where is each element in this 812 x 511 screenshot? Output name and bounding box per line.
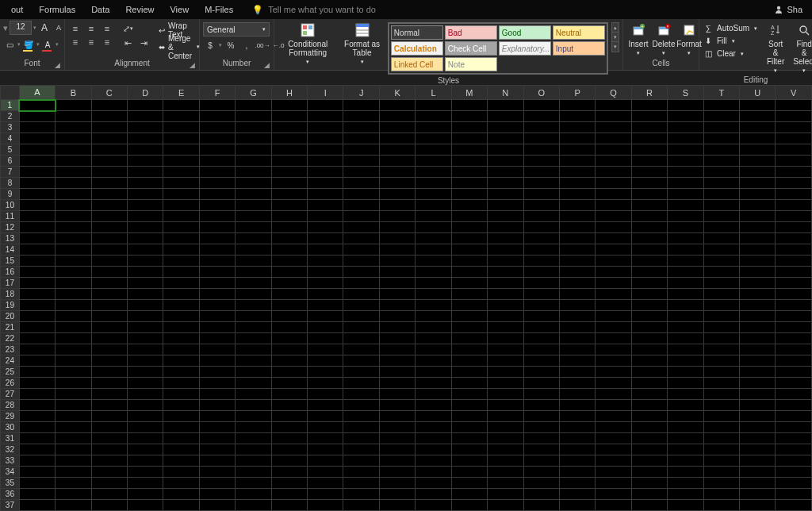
cell[interactable] [488, 322, 523, 333]
cell[interactable] [91, 500, 127, 511]
cell[interactable] [236, 344, 271, 355]
cell[interactable] [236, 200, 271, 211]
row-header[interactable]: 37 [1, 500, 20, 511]
cell[interactable] [163, 467, 199, 478]
cell[interactable] [739, 478, 775, 489]
cell[interactable] [631, 211, 667, 222]
cell[interactable] [596, 189, 631, 200]
cell[interactable] [343, 400, 379, 411]
cell[interactable] [416, 256, 451, 267]
cell[interactable] [739, 311, 775, 322]
row-header[interactable]: 14 [1, 244, 20, 256]
cell[interactable] [19, 233, 55, 244]
cell[interactable] [559, 478, 595, 489]
cell[interactable] [271, 333, 307, 344]
cell[interactable] [56, 167, 91, 178]
cell[interactable] [451, 389, 487, 400]
cell[interactable] [343, 256, 379, 267]
cell[interactable] [559, 278, 595, 289]
cell[interactable] [451, 367, 487, 378]
cell[interactable] [703, 267, 739, 278]
cell[interactable] [416, 133, 451, 144]
accounting-format-button[interactable]: $ [203, 38, 217, 52]
cell[interactable] [416, 100, 451, 111]
cell[interactable] [416, 444, 451, 455]
cell[interactable] [416, 111, 451, 122]
cell[interactable] [559, 211, 595, 222]
cell[interactable] [199, 355, 235, 367]
cell[interactable] [379, 167, 415, 178]
cell[interactable] [631, 244, 667, 256]
cell[interactable] [451, 433, 487, 444]
cell[interactable] [308, 167, 343, 178]
cell[interactable] [56, 278, 91, 289]
cell[interactable] [416, 156, 451, 167]
cell[interactable] [631, 455, 667, 467]
row-header[interactable]: 9 [1, 189, 20, 200]
cell[interactable] [128, 433, 163, 444]
cell[interactable] [343, 411, 379, 422]
cell[interactable] [199, 244, 235, 256]
cell[interactable] [56, 467, 91, 478]
cell[interactable] [128, 156, 163, 167]
cell[interactable] [703, 478, 739, 489]
cell[interactable] [379, 322, 415, 333]
cell[interactable] [56, 500, 91, 511]
cell[interactable] [488, 244, 523, 256]
cell[interactable] [379, 355, 415, 367]
tell-me-search[interactable]: 💡 Tell me what you want to do [252, 5, 376, 15]
cell[interactable] [56, 200, 91, 211]
cell[interactable] [488, 189, 523, 200]
fill-button[interactable]: ⬇Fill▾ [703, 35, 757, 47]
cell[interactable] [19, 244, 55, 256]
cell[interactable] [128, 200, 163, 211]
cell[interactable] [56, 222, 91, 233]
cell[interactable] [128, 256, 163, 267]
cell[interactable] [631, 111, 667, 122]
cell[interactable] [199, 278, 235, 289]
row-header[interactable]: 16 [1, 267, 20, 278]
cell[interactable] [559, 455, 595, 467]
style-linked-cell[interactable]: Linked Cell [391, 57, 443, 71]
cell[interactable] [416, 167, 451, 178]
cell[interactable] [271, 300, 307, 311]
cell[interactable] [271, 244, 307, 256]
cell[interactable] [236, 400, 271, 411]
cell[interactable] [776, 444, 812, 455]
cell[interactable] [523, 455, 559, 467]
cell[interactable] [19, 311, 55, 322]
column-header[interactable]: O [523, 86, 559, 100]
cell[interactable] [163, 422, 199, 433]
cell[interactable] [308, 355, 343, 367]
share-button[interactable]: Sha [768, 2, 809, 17]
cell[interactable] [631, 444, 667, 455]
cell[interactable] [19, 444, 55, 455]
cell[interactable] [199, 144, 235, 156]
cell[interactable] [703, 367, 739, 378]
cell[interactable] [668, 344, 703, 355]
format-button[interactable]: Format▾ [677, 21, 701, 58]
cell[interactable] [523, 400, 559, 411]
cell[interactable] [596, 300, 631, 311]
cell[interactable] [596, 278, 631, 289]
cell[interactable] [379, 433, 415, 444]
cell[interactable] [488, 444, 523, 455]
cell[interactable] [416, 189, 451, 200]
cell[interactable] [163, 211, 199, 222]
cell[interactable] [271, 211, 307, 222]
cell[interactable] [776, 433, 812, 444]
cell[interactable] [523, 233, 559, 244]
cell[interactable] [776, 389, 812, 400]
cell[interactable] [308, 233, 343, 244]
cell[interactable] [163, 156, 199, 167]
cell[interactable] [631, 400, 667, 411]
cell[interactable] [19, 411, 55, 422]
cell[interactable] [19, 344, 55, 355]
cell[interactable] [703, 389, 739, 400]
cell[interactable] [559, 144, 595, 156]
row-header[interactable]: 2 [1, 111, 20, 122]
font-size-input[interactable]: 12 [10, 21, 32, 35]
column-header[interactable]: P [559, 86, 595, 100]
cell[interactable] [488, 200, 523, 211]
cell[interactable] [668, 333, 703, 344]
